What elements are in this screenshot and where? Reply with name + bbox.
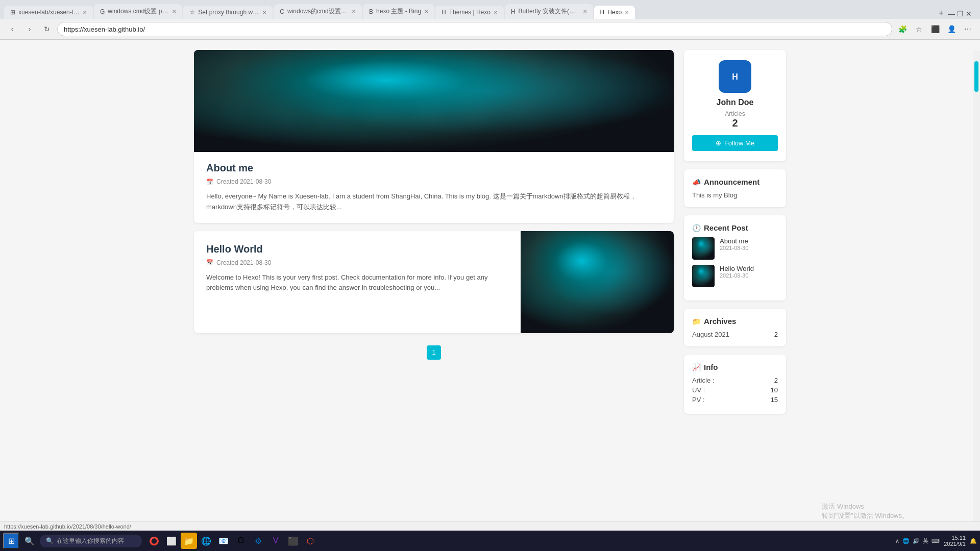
browser-tab-tab1[interactable]: ⊞xuesen-lab/xuesen-lab.git...✕ [4,6,93,19]
browser-tab-tab4[interactable]: Cwindows的cmd设置代理...✕ [274,4,362,19]
minimize-button[interactable]: — [948,10,955,18]
recent-post-item[interactable]: Hello World 2021-08-30 [692,265,778,287]
recent-post-thumb [692,237,715,260]
archive-item[interactable]: August 20212 [692,331,778,338]
recent-post-date: 2021-08-30 [720,245,748,251]
recent-thumb-smoke [692,237,715,260]
recent-post-title-text[interactable]: About me [720,237,748,245]
archives-card: 📁 Archives August 20212 [684,309,786,346]
smoke-image-about-me [194,50,674,152]
calendar-icon-2: 📅 [206,259,213,266]
browser-chrome: ⊞xuesen-lab/xuesen-lab.git...✕Gwindows c… [0,0,980,40]
recent-post-title-text[interactable]: Hello World [720,265,754,272]
calendar-icon: 📅 [206,179,213,185]
profile-button[interactable]: 👤 [944,22,959,36]
smoke-image-hello-world [521,231,674,333]
info-icon: 📈 [692,363,701,371]
info-title: Info [704,363,718,371]
browser-tab-tab5[interactable]: Bhexo 主题 - Bing✕ [363,4,434,19]
recent-post-item[interactable]: About me 2021-08-30 [692,237,778,260]
extensions-button[interactable]: 🧩 [895,22,910,36]
main-content: About me 📅 Created 2021-08-30 Hello, eve… [194,50,674,414]
recent-post-thumb [692,265,715,287]
browser-tab-tab2[interactable]: Gwindows cmd设置 proxy -✕ [94,4,182,19]
profile-card: H John Doe Articles 2 ⊕ Follow Me [684,50,786,161]
info-value: 2 [774,377,778,384]
address-bar[interactable] [57,22,892,36]
browser-tab-tab3[interactable]: ☆Set proxy through windo...✕ [183,6,273,19]
profile-avatar: H [719,60,751,93]
info-header: 📈 Info [692,363,778,371]
recent-post-icon: 🕐 [692,224,701,232]
browser-tab-tab7[interactable]: HButterfly 安装文件(一) 快...✕ [505,4,593,19]
post-title-about-me[interactable]: About me [206,162,662,174]
articles-count: 2 [732,117,738,129]
browser-tab-tab8[interactable]: HHexo✕ [594,6,635,19]
svg-text:H: H [732,72,738,81]
post-body-hello-world: Hello World 📅 Created 2021-08-30 Welcome… [194,231,521,333]
page-wrapper: About me 📅 Created 2021-08-30 Hello, eve… [184,50,796,414]
recent-post-title: Recent Post [704,223,748,232]
archives-list: August 20212 [692,331,778,338]
info-card: 📈 Info Article :2UV :10PV :15 [684,355,786,414]
recent-post-info: About me 2021-08-30 [720,237,748,251]
announcement-text: This is my Blog [692,191,778,199]
post-excerpt-about-me: Hello, everyone~ My Name is Xuesen-lab. … [206,191,662,213]
post-meta-about-me: 📅 Created 2021-08-30 [206,178,662,185]
announcement-header: 📣 Announcement [692,178,778,186]
info-label: Article : [692,377,714,384]
announcement-icon: 📣 [692,178,701,186]
info-list: Article :2UV :10PV :15 [692,377,778,404]
new-tab-button[interactable]: + [936,8,946,19]
scroll-indicator[interactable] [973,51,980,424]
browser-tab-tab6[interactable]: HThemes | Hexo✕ [435,6,504,19]
reload-button[interactable]: ↻ [40,22,54,36]
scroll-thumb [974,61,978,92]
post-card-about-me: About me 📅 Created 2021-08-30 Hello, eve… [194,50,674,223]
post-meta-hello-world: 📅 Created 2021-08-30 [206,259,508,266]
post-body-about-me: About me 📅 Created 2021-08-30 Hello, eve… [194,152,674,223]
archives-title: Archives [704,317,736,325]
info-item: PV :15 [692,396,778,404]
announcement-card: 📣 Announcement This is my Blog [684,169,786,207]
sidebar: H John Doe Articles 2 ⊕ Follow Me 📣 Anno… [684,50,786,414]
archive-count: 2 [774,331,778,338]
info-value: 10 [771,386,778,394]
restore-button[interactable]: ❐ [957,10,964,18]
collections-button[interactable]: ⬛ [928,22,942,36]
info-value: 15 [771,396,778,404]
recent-post-card: 🕐 Recent Post About me 2021-08-30 Hello … [684,215,786,300]
post-date-about-me: Created 2021-08-30 [216,178,271,185]
favorites-button[interactable]: ☆ [912,22,926,36]
info-item: Article :2 [692,377,778,384]
forward-button[interactable]: › [22,22,37,36]
browser-tabs: ⊞xuesen-lab/xuesen-lab.git...✕Gwindows c… [0,0,980,19]
articles-label: Articles [725,110,745,117]
archives-icon: 📁 [692,317,701,325]
settings-button[interactable]: ⋯ [961,22,975,36]
page-number-1[interactable]: 1 [427,345,441,360]
post-cover-hello-world [521,231,674,333]
post-card-hello-world: Hello World 📅 Created 2021-08-30 Welcome… [194,231,674,333]
recent-post-date: 2021-08-30 [720,272,754,279]
browser-nav: ‹ › ↻ 🧩 ☆ ⬛ 👤 ⋯ [0,19,980,39]
hexo-logo-icon: H [725,66,745,87]
info-item: UV :10 [692,386,778,394]
archive-month: August 2021 [692,331,729,338]
archives-header: 📁 Archives [692,317,778,325]
recent-post-header: 🕐 Recent Post [692,223,778,232]
close-button[interactable]: ✕ [966,10,972,18]
post-excerpt-hello-world: Welcome to Hexo! This is your very first… [206,272,508,294]
post-date-hello-world: Created 2021-08-30 [216,259,271,266]
announcement-title: Announcement [704,178,760,186]
recent-posts-list: About me 2021-08-30 Hello World 2021-08-… [692,237,778,287]
recent-thumb-smoke [692,265,715,287]
follow-me-label: Follow Me [724,139,754,147]
profile-name: John Doe [717,98,754,107]
back-button[interactable]: ‹ [5,22,19,36]
follow-me-button[interactable]: ⊕ Follow Me [692,135,778,151]
pagination: 1 [194,345,674,360]
post-cover-about-me [194,50,674,152]
info-label: UV : [692,386,705,394]
post-title-hello-world[interactable]: Hello World [206,243,508,255]
